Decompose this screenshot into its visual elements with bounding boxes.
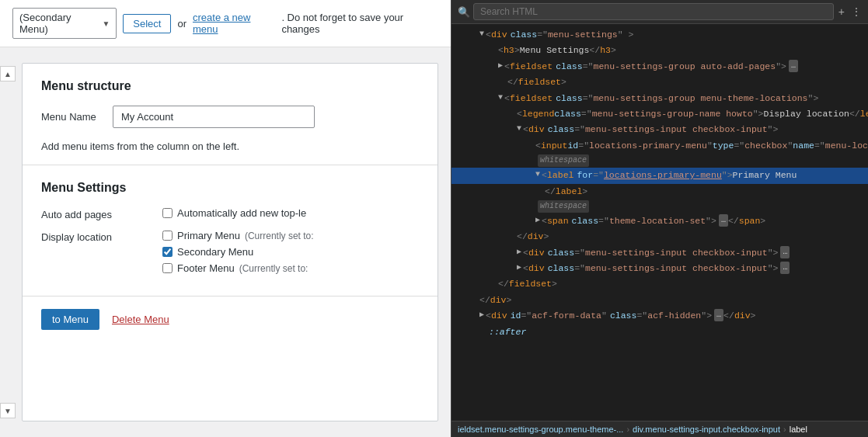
auto-add-row: Auto add pages Automatically add new top… [41, 207, 419, 220]
menu-dropdown-label: (Secondary Menu) [19, 12, 99, 35]
menu-dropdown[interactable]: (Secondary Menu) ▼ [12, 8, 117, 39]
html-tree: ▼ <div class="menu-settings" > <h3>Menu … [451, 24, 868, 421]
primary-menu-row: Primary Menu (Currently set to: [162, 230, 314, 241]
tree-line[interactable]: ▶ <div id="acf-form-data" class="acf-hid… [451, 308, 868, 324]
save-to-menu-button[interactable]: to Menu [41, 309, 99, 330]
breadcrumb-item[interactable]: ieldset.menu-settings-group.menu-theme-.… [458, 425, 623, 434]
top-bar: (Secondary Menu) ▼ Select or create a ne… [0, 0, 451, 47]
tree-line[interactable]: </fieldset> [451, 276, 868, 292]
devtools-icons: + ⋮ [838, 5, 862, 18]
tree-line[interactable]: whitespace [451, 154, 868, 168]
tree-line[interactable]: whitespace [451, 199, 868, 213]
menu-name-row: Menu Name [41, 106, 419, 128]
secondary-menu-row: Secondary Menu [162, 246, 314, 258]
tree-line[interactable]: <legend class="menu-settings-group-name … [451, 106, 868, 122]
wp-admin-panel: (Secondary Menu) ▼ Select or create a ne… [0, 0, 451, 437]
tree-line-highlighted[interactable]: ▼ <label for="locations-primary-menu"> P… [451, 168, 868, 183]
menu-settings-title: Menu Settings [41, 181, 419, 195]
menu-settings-section: Menu Settings Auto add pages Automatical… [23, 165, 437, 296]
tree-line[interactable]: ::after [451, 324, 868, 340]
tree-toggle-icon[interactable]: ▶ [517, 246, 521, 258]
pseudo-element: ::after [489, 325, 526, 339]
devtools-topbar: 🔍 + ⋮ [451, 0, 868, 24]
menu-name-input[interactable] [113, 106, 315, 128]
add-items-text: Add menu items from the column on the le… [41, 140, 419, 152]
collapsed-badge: … [780, 246, 790, 258]
scroll-up-button[interactable]: ▲ [0, 66, 16, 82]
tree-line[interactable]: ▼ <div class="menu-settings" > [451, 27, 868, 43]
footer-menu-checkbox[interactable] [162, 263, 173, 273]
auto-add-options: Automatically add new top-le [162, 207, 306, 219]
menu-structure-section: Menu structure Menu Name Add menu items … [23, 64, 437, 165]
chevron-down-icon: ▼ [102, 19, 110, 28]
secondary-menu-label: Secondary Menu [177, 246, 253, 258]
primary-menu-note: (Currently set to: [245, 231, 314, 241]
search-icon: 🔍 [458, 6, 470, 18]
tree-line[interactable]: ▼ <fieldset class="menu-settings-group m… [451, 91, 868, 106]
collapsed-badge: … [789, 60, 798, 72]
delete-menu-link[interactable]: Delete Menu [112, 314, 169, 325]
menu-structure-title: Menu structure [41, 79, 419, 93]
collapsed-badge: … [719, 214, 728, 227]
tree-toggle-icon[interactable]: ▶ [535, 214, 540, 227]
devtools-search-input[interactable] [473, 3, 834, 20]
scroll-down-button[interactable]: ▼ [0, 403, 16, 418]
content-area: ▲ ▼ Menu structure Menu Name Add menu it… [0, 47, 451, 437]
breadcrumb-separator: › [783, 425, 786, 434]
whitespace-badge: whitespace [538, 154, 589, 167]
tree-toggle-icon[interactable]: ▼ [479, 28, 484, 40]
tree-line[interactable]: ▶ <div class="menu-settings-input checkb… [451, 261, 868, 276]
more-options-icon[interactable]: ⋮ [851, 5, 862, 18]
tree-toggle-icon[interactable]: ▶ [498, 60, 503, 72]
tree-line[interactable]: </fieldset> [451, 75, 868, 90]
tree-line[interactable]: <input id="locations-primary-menu" type=… [451, 138, 868, 154]
form-area: Menu structure Menu Name Add menu items … [22, 63, 438, 421]
footer-menu-row: Footer Menu (Currently set to: [162, 262, 314, 274]
select-button[interactable]: Select [123, 14, 171, 33]
tree-toggle-icon[interactable]: ▼ [517, 123, 521, 135]
collapsed-badge: … [780, 262, 790, 274]
collapsed-badge: … [714, 309, 723, 321]
auto-add-checkbox-row: Automatically add new top-le [162, 207, 306, 219]
tree-line[interactable]: ▶ <span class="theme-location-set"> … </… [451, 213, 868, 229]
auto-add-checkbox-label: Automatically add new top-le [177, 207, 306, 219]
tree-toggle-icon[interactable]: ▶ [479, 309, 484, 321]
tree-line[interactable]: </label> [451, 184, 868, 199]
tree-line[interactable]: ▶ <fieldset class="menu-settings-group a… [451, 59, 868, 75]
auto-add-checkbox[interactable] [162, 208, 173, 218]
tree-toggle-icon[interactable]: ▼ [535, 168, 540, 181]
auto-add-label: Auto add pages [41, 207, 150, 220]
dont-forget-text: . Do not forget to save your changes [281, 12, 438, 35]
display-location-row: Display location Primary Menu (Currently… [41, 230, 419, 274]
or-text: or [177, 18, 186, 29]
menu-name-label: Menu Name [41, 111, 103, 123]
breadcrumb-active-item[interactable]: label [790, 425, 807, 434]
footer-menu-note: (Currently set to: [239, 263, 309, 274]
tree-line[interactable]: </div> [451, 293, 868, 308]
devtools-panel: 🔍 + ⋮ ▼ <div class="menu-settings" > <h3… [451, 0, 868, 437]
display-location-label: Display location [41, 230, 150, 243]
bottom-actions: to Menu Delete Menu [23, 296, 437, 342]
footer-menu-label: Footer Menu [177, 262, 235, 274]
tree-line[interactable]: </div> [451, 229, 868, 245]
whitespace-badge: whitespace [538, 200, 589, 213]
add-panel-icon[interactable]: + [838, 5, 845, 18]
tree-line[interactable]: <h3>Menu Settings</h3> [451, 43, 868, 58]
display-location-options: Primary Menu (Currently set to: Secondar… [162, 230, 314, 274]
breadcrumb-item[interactable]: div.menu-settings-input.checkbox-input [633, 425, 780, 434]
tree-toggle-icon[interactable]: ▶ [517, 262, 521, 274]
tree-line[interactable]: ▼ <div class="menu-settings-input checkb… [451, 122, 868, 137]
tree-toggle-icon[interactable]: ▼ [498, 92, 503, 104]
secondary-menu-checkbox[interactable] [162, 247, 173, 257]
primary-menu-label: Primary Menu [177, 230, 240, 241]
outer-scroll-area: ▲ ▼ [0, 63, 16, 421]
create-menu-link[interactable]: create a new menu [193, 12, 275, 35]
breadcrumb-separator: › [626, 425, 629, 434]
breadcrumb-bar: ieldset.menu-settings-group.menu-theme-.… [451, 421, 868, 437]
tree-line[interactable]: ▶ <div class="menu-settings-input checkb… [451, 245, 868, 261]
primary-menu-checkbox[interactable] [162, 231, 173, 241]
